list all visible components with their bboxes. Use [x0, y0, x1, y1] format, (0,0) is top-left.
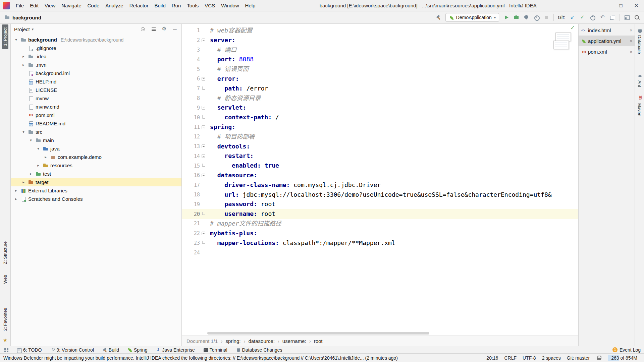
- layout-button[interactable]: [624, 14, 630, 20]
- tree-toggle-icon[interactable]: [21, 54, 26, 59]
- gutter-line[interactable]: 16: [182, 171, 207, 180]
- locate-file-icon[interactable]: [140, 26, 146, 32]
- tree-item-java[interactable]: java: [11, 144, 181, 153]
- tool-window-button-build[interactable]: Build: [102, 347, 119, 353]
- tool-window-button-todo[interactable]: 6: TODO: [16, 347, 42, 353]
- menu-window[interactable]: Window: [218, 0, 242, 11]
- tree-toggle-icon[interactable]: [21, 63, 26, 67]
- gutter-line[interactable]: 2: [182, 36, 207, 45]
- editor-body[interactable]: 123456789101112131415161718192021222324 …: [182, 24, 578, 336]
- tree-item-main[interactable]: main: [11, 136, 181, 144]
- gutter-line[interactable]: 8: [182, 94, 207, 103]
- editor-tab-index-html[interactable]: index.html×: [579, 25, 635, 36]
- code-line[interactable]: enabled: true: [207, 161, 578, 171]
- breadcrumb-item[interactable]: root: [306, 338, 323, 344]
- code-line[interactable]: path: /error: [207, 84, 578, 94]
- tree-item-scratches-and-consoles[interactable]: Scratches and Consoles: [11, 195, 181, 203]
- menu-tools[interactable]: Tools: [184, 0, 202, 11]
- fold-start-icon[interactable]: [201, 144, 206, 149]
- gutter-line[interactable]: 12: [182, 132, 207, 142]
- breadcrumb-item[interactable]: username:: [275, 338, 306, 344]
- code-line[interactable]: mapper-locations: classpath*:/mapper/**M…: [207, 238, 578, 248]
- code-line[interactable]: [207, 248, 578, 257]
- fold-start-icon[interactable]: [201, 76, 206, 81]
- tree-toggle-icon[interactable]: [21, 130, 26, 134]
- maximize-button[interactable]: [613, 0, 629, 11]
- run-with-coverage-button[interactable]: [523, 14, 529, 20]
- gutter-line[interactable]: 20: [182, 209, 207, 219]
- tree-item-mvn[interactable]: .mvn: [11, 61, 181, 69]
- tool-window-tab-web[interactable]: Web: [2, 272, 8, 287]
- menu-vcs[interactable]: VCS: [202, 0, 218, 11]
- tree-item-license[interactable]: LICENSE: [11, 86, 181, 94]
- event-log-button[interactable]: 1 Event Log: [612, 347, 641, 353]
- project-view-title[interactable]: Project: [14, 26, 30, 32]
- gutter-line[interactable]: 6: [182, 74, 207, 84]
- tree-toggle-icon[interactable]: [43, 155, 48, 159]
- search-everywhere-icon[interactable]: [634, 14, 640, 20]
- menu-view[interactable]: View: [42, 0, 58, 11]
- run-configuration-selector[interactable]: DemoApplication ▾: [445, 13, 499, 22]
- minimize-button[interactable]: [598, 0, 613, 11]
- breadcrumb-item[interactable]: Document 1/1: [186, 338, 218, 344]
- fold-start-icon[interactable]: [201, 125, 206, 130]
- tree-item-com-example-demo[interactable]: com.example.demo: [11, 153, 181, 161]
- caret-position[interactable]: 20:16: [486, 355, 498, 361]
- gutter-line[interactable]: 1: [182, 26, 207, 36]
- inspections-ok-icon[interactable]: [571, 24, 575, 31]
- code-line[interactable]: url: jdbc:mysql://localhost:3306/demo?us…: [207, 190, 578, 200]
- tool-window-button-database-changes[interactable]: Database Changes: [235, 347, 282, 353]
- close-tab-icon[interactable]: ×: [630, 28, 632, 33]
- tree-item-resources[interactable]: resources: [11, 161, 181, 170]
- menu-navigate[interactable]: Navigate: [58, 0, 84, 11]
- code-line[interactable]: server:: [207, 36, 578, 45]
- tree-item-readme-md[interactable]: README.md: [11, 119, 181, 128]
- chevron-down-icon[interactable]: ▾: [32, 27, 34, 32]
- tree-toggle-icon[interactable]: [13, 197, 19, 201]
- gutter-line[interactable]: 15: [182, 161, 207, 171]
- tool-window-tab-database[interactable]: Database: [636, 25, 643, 57]
- tree-toggle-icon[interactable]: [13, 38, 19, 42]
- code-line[interactable]: datasource:: [207, 171, 578, 180]
- rollback-button[interactable]: [599, 14, 605, 20]
- code-area[interactable]: # web容器配置server: # 端口 port: 8088 # 错误页面 …: [207, 24, 578, 336]
- navbar-project-name[interactable]: background: [12, 15, 41, 20]
- code-line[interactable]: port: 8088: [207, 55, 578, 64]
- code-line[interactable]: # 错误页面: [207, 64, 578, 74]
- code-line[interactable]: username: root: [207, 209, 578, 219]
- tree-item-external-libraries[interactable]: External Libraries: [11, 186, 181, 195]
- tree-toggle-icon[interactable]: [36, 163, 41, 168]
- fold-end-icon[interactable]: [201, 86, 206, 91]
- gutter-line[interactable]: 24: [182, 248, 207, 257]
- update-project-button[interactable]: [569, 14, 575, 20]
- gutter-line[interactable]: 18: [182, 190, 207, 200]
- menu-refactor[interactable]: Refactor: [126, 0, 152, 11]
- git-branch[interactable]: Git: master: [567, 355, 590, 361]
- tree-item-mvnw-cmd[interactable]: mvnw.cmd: [11, 103, 181, 111]
- breadcrumb-item[interactable]: datasource:: [240, 338, 274, 344]
- tree-item-src[interactable]: src: [11, 128, 181, 136]
- gutter-line[interactable]: 11: [182, 122, 207, 132]
- profiler-button[interactable]: [533, 14, 539, 20]
- tool-window-tab-maven[interactable]: Maven: [636, 93, 643, 119]
- fold-end-icon[interactable]: [201, 115, 206, 120]
- code-line[interactable]: # mapper文件的扫描路径: [207, 219, 578, 229]
- tool-window-tab-1-project[interactable]: 1: Project: [2, 24, 8, 49]
- tree-item-idea[interactable]: .idea: [11, 52, 181, 61]
- tree-item-pom-xml[interactable]: pom.xml: [11, 111, 181, 119]
- tree-toggle-icon[interactable]: [21, 180, 26, 184]
- file-encoding[interactable]: UTF-8: [523, 355, 536, 361]
- gutter-line[interactable]: 10: [182, 113, 207, 122]
- tool-window-button-terminal[interactable]: Terminal: [203, 347, 227, 353]
- tool-window-button-java-enterprise[interactable]: Java Enterprise: [155, 347, 195, 353]
- build-project-button[interactable]: [435, 14, 441, 20]
- fold-start-icon[interactable]: [201, 231, 206, 236]
- memory-indicator[interactable]: 263 of 854M: [608, 355, 641, 361]
- tool-window-tab-z-structure[interactable]: Z: Structure: [2, 238, 8, 267]
- tree-item-test[interactable]: test: [11, 170, 181, 178]
- menu-run[interactable]: Run: [169, 0, 184, 11]
- gutter-line[interactable]: 19: [182, 199, 207, 209]
- menu-help[interactable]: Help: [242, 0, 259, 11]
- hide-panel-icon[interactable]: [172, 26, 178, 32]
- tool-window-button-spring[interactable]: Spring: [127, 347, 147, 353]
